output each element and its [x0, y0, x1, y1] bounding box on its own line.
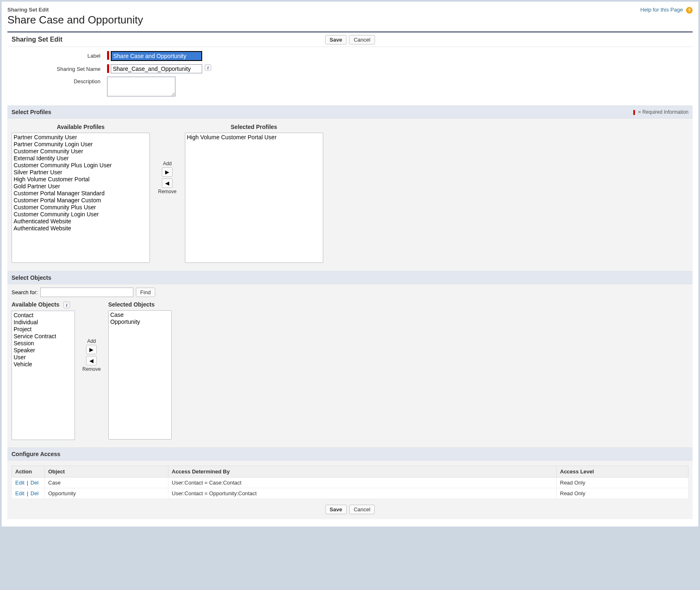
save-button-bottom[interactable]: Save [325, 505, 347, 514]
remove-label: Remove [82, 366, 101, 372]
select-profiles-title: Select Profiles [12, 109, 51, 115]
required-information-note: = Required Information [633, 109, 688, 115]
detail-panel: Label Sharing Set Name i Description [7, 47, 693, 105]
list-item[interactable]: External Identity User [13, 155, 149, 162]
access-table: Action Object Access Determined By Acces… [12, 466, 688, 499]
add-label: Add [163, 161, 172, 166]
access-table-body: Edit | DelCaseUser:Contact = Case:Contac… [12, 478, 688, 499]
list-item[interactable]: Service Contract [13, 333, 74, 340]
profiles-duellist: Available Profiles Partner Community Use… [7, 119, 693, 271]
cancel-button-bottom[interactable]: Cancel [349, 505, 375, 514]
list-item[interactable]: Authenticated Website [13, 218, 149, 225]
search-objects-input[interactable] [40, 288, 133, 297]
cell-object: Case [45, 478, 168, 488]
configure-access-header: Configure Access [7, 447, 693, 461]
remove-profile-button[interactable]: ◀ [162, 178, 173, 188]
available-objects-heading: Available Objects i [12, 301, 70, 308]
select-objects-header: Select Objects [7, 271, 693, 284]
add-object-button[interactable]: ▶ [86, 345, 97, 354]
help-icon[interactable]: ? [686, 7, 693, 14]
save-button-top[interactable]: Save [325, 35, 347, 44]
required-indicator-icon [107, 51, 109, 60]
list-item[interactable]: High Volume Customer Portal User [186, 134, 322, 141]
list-item[interactable]: Partner Community Login User [13, 141, 149, 148]
list-item[interactable]: Contact [13, 312, 74, 319]
help-link[interactable]: Help for this Page [640, 7, 683, 13]
cell-action: Edit | Del [12, 488, 45, 499]
separator: | [24, 490, 30, 496]
select-objects-title: Select Objects [12, 274, 51, 281]
cell-access-level: Read Only [557, 488, 688, 499]
access-panel: Action Object Access Determined By Acces… [7, 461, 693, 516]
description-label: Description [12, 77, 107, 84]
edit-section-header: Sharing Set Edit Save Cancel [7, 33, 693, 47]
col-object: Object [45, 466, 168, 478]
available-profiles-heading: Available Profiles [57, 124, 105, 130]
remove-object-button[interactable]: ◀ [86, 356, 97, 365]
edit-link[interactable]: Edit [15, 490, 24, 496]
col-action: Action [12, 466, 45, 478]
sharing-set-name-label: Sharing Set Name [12, 64, 107, 72]
selected-profiles-select[interactable]: High Volume Customer Portal User [185, 133, 323, 263]
list-item[interactable]: Customer Community Plus Login User [13, 162, 149, 169]
list-item[interactable]: Partner Community User [13, 134, 149, 141]
required-indicator-icon [107, 64, 109, 73]
chevron-right-icon: ▶ [89, 347, 93, 353]
edit-section-title: Sharing Set Edit [12, 36, 63, 43]
del-link[interactable]: Del [30, 490, 39, 496]
selected-objects-select[interactable]: CaseOpportunity [108, 310, 172, 440]
selected-objects-heading: Selected Objects [108, 301, 155, 308]
list-item[interactable]: Individual [13, 319, 74, 326]
add-profile-button[interactable]: ▶ [162, 167, 173, 177]
list-item[interactable]: Customer Community Login User [13, 211, 149, 218]
search-for-label: Search for: [12, 289, 38, 295]
selected-profiles-heading: Selected Profiles [231, 124, 277, 130]
page-title: Share Case and Opportunity [7, 14, 143, 26]
list-item[interactable]: Vehicle [13, 361, 74, 368]
chevron-left-icon: ◀ [89, 358, 93, 364]
cell-determined-by: User:Contact = Case:Contact [168, 478, 557, 488]
label-input[interactable] [111, 51, 202, 61]
description-textarea[interactable] [107, 77, 175, 96]
help-area: Help for this Page ? [640, 7, 693, 14]
list-item[interactable]: Gold Partner User [13, 183, 149, 190]
list-item[interactable]: User [13, 354, 74, 361]
col-determined-by: Access Determined By [168, 466, 557, 478]
list-item[interactable]: Case [110, 311, 170, 318]
available-profiles-select[interactable]: Partner Community UserPartner Community … [12, 133, 150, 263]
cell-action: Edit | Del [12, 478, 45, 488]
cell-determined-by: User:Contact = Opportunity:Contact [168, 488, 557, 499]
edit-link[interactable]: Edit [15, 480, 24, 486]
main-area: Sharing Set Edit Save Cancel Label Shari… [7, 31, 693, 519]
list-item[interactable]: Session [13, 340, 74, 347]
list-item[interactable]: Customer Portal Manager Standard [13, 190, 149, 197]
required-indicator-icon [633, 110, 635, 115]
add-label: Add [87, 338, 96, 344]
col-access-level: Access Level [557, 466, 688, 478]
objects-area: Search for: Find Available Objects i Con… [7, 284, 693, 447]
list-item[interactable]: Authenticated Website [13, 225, 149, 232]
remove-label: Remove [158, 189, 177, 194]
label-label: Label [12, 51, 107, 59]
list-item[interactable]: Project [13, 326, 74, 333]
info-icon[interactable]: i [205, 64, 211, 71]
available-objects-select[interactable]: ContactIndividualProjectService Contract… [12, 311, 75, 440]
list-item[interactable]: Customer Community User [13, 148, 149, 155]
list-item[interactable]: Customer Community Plus User [13, 204, 149, 211]
list-item[interactable]: High Volume Customer Portal [13, 176, 149, 183]
cell-object: Opportunity [45, 488, 168, 499]
list-item[interactable]: Silver Partner User [13, 169, 149, 176]
table-row: Edit | DelOpportunityUser:Contact = Oppo… [12, 488, 688, 499]
select-profiles-header: Select Profiles = Required Information [7, 105, 693, 119]
sharing-set-name-input[interactable] [111, 64, 202, 73]
cancel-button-top[interactable]: Cancel [349, 35, 375, 44]
list-item[interactable]: Speaker [13, 347, 74, 354]
info-icon[interactable]: i [63, 302, 70, 308]
chevron-left-icon: ◀ [165, 180, 169, 186]
table-row: Edit | DelCaseUser:Contact = Case:Contac… [12, 478, 688, 488]
page-wrapper: Sharing Set Edit Share Case and Opportun… [2, 2, 698, 527]
list-item[interactable]: Customer Portal Manager Custom [13, 197, 149, 204]
find-button[interactable]: Find [136, 288, 155, 297]
del-link[interactable]: Del [30, 480, 39, 486]
list-item[interactable]: Opportunity [110, 318, 170, 325]
